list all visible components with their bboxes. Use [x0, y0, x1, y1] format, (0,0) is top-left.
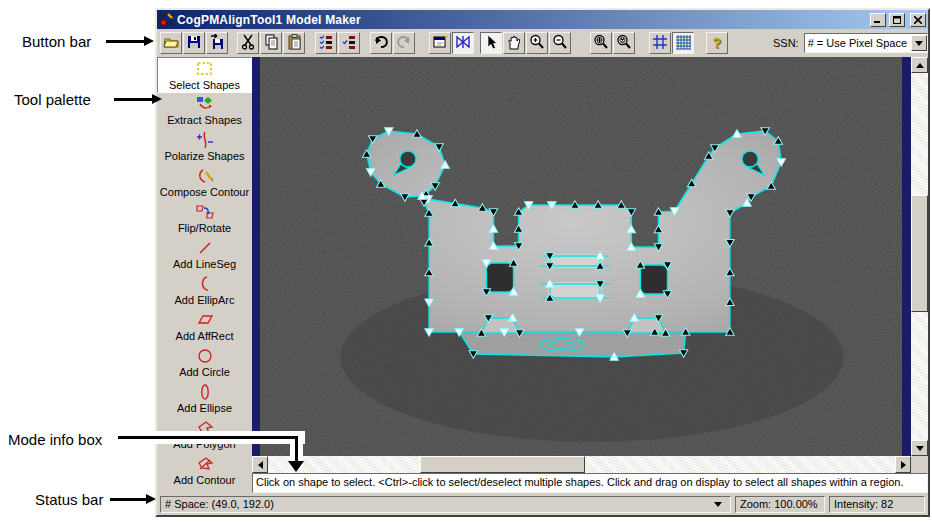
multi-checklist-button[interactable] — [315, 32, 337, 54]
zoom-expand-icon — [593, 34, 609, 52]
zoom-in-button[interactable] — [526, 32, 548, 54]
compose-contour-icon — [195, 166, 215, 186]
zoom-actual-button[interactable] — [613, 32, 635, 54]
help-button[interactable]: ? — [706, 32, 728, 54]
center-origin-bowtie-icon — [455, 34, 471, 52]
space-selector-dropdown-icon[interactable] — [714, 502, 722, 507]
palette-item-label: Flip/Rotate — [178, 222, 231, 234]
zoom-actual-icon — [616, 34, 632, 52]
properties-button[interactable] — [429, 32, 451, 54]
open-button[interactable] — [160, 32, 182, 54]
image-display-viewport — [252, 57, 928, 456]
horizontal-scrollbar[interactable] — [252, 456, 911, 473]
hand-icon — [507, 34, 522, 52]
status-space-panel: # Space: (49.0, 192.0) — [160, 496, 731, 513]
palette-item-label: Add AffRect — [176, 330, 234, 342]
paste-clipboard-icon — [287, 34, 302, 52]
zoom-out-icon — [552, 34, 568, 52]
pan-tool-button[interactable] — [503, 32, 525, 54]
palette-item-add-contour[interactable]: Add Contour — [157, 453, 252, 489]
palette-item-label: Polarize Shapes — [164, 150, 244, 162]
window-title: CogPMAlignTool1 Model Maker — [177, 13, 867, 27]
status-space-text: # Space: (49.0, 192.0) — [165, 498, 274, 510]
cut-scissors-icon — [241, 34, 255, 52]
zoom-in-icon — [529, 34, 545, 52]
palette-item-extract-shapes[interactable]: Extract Shapes — [157, 93, 252, 129]
ssn-combobox-value: # = Use Pixel Space — [805, 37, 911, 49]
scroll-left-button[interactable] — [252, 456, 268, 473]
paste-button[interactable] — [283, 32, 305, 54]
vertical-scrollbar-thumb[interactable] — [911, 195, 928, 312]
palette-item-label: Select Shapes — [169, 79, 240, 91]
palette-item-add-affrect[interactable]: Add AffRect — [157, 309, 252, 345]
add-affrect-icon — [195, 310, 215, 330]
add-elliparc-icon — [195, 274, 215, 294]
status-zoom-text: Zoom: 100.00% — [740, 498, 818, 510]
grid-coarse-icon — [652, 34, 668, 52]
callout-status-bar: Status bar — [35, 491, 103, 508]
add-ellipse-icon — [195, 382, 215, 402]
palette-item-label: Add Contour — [174, 474, 236, 486]
callout-line-tool-palette — [114, 98, 152, 101]
palette-item-compose-contour[interactable]: Compose Contour — [157, 165, 252, 201]
callout-line-status-bar — [110, 498, 146, 501]
right-square-hole — [640, 265, 667, 294]
maximize-button[interactable] — [889, 13, 905, 27]
tool-palette: Select Shapes Extract Shapes Polarize Sh… — [157, 57, 252, 493]
grid-coarse-button[interactable] — [649, 32, 671, 54]
single-checklist-button[interactable] — [338, 32, 360, 54]
select-shapes-icon — [195, 59, 215, 79]
status-intensity-text: Intensity: 82 — [834, 498, 893, 510]
undo-button[interactable] — [370, 32, 392, 54]
palette-item-add-elliparc[interactable]: Add EllipArc — [157, 273, 252, 309]
save-as-button[interactable] — [206, 32, 228, 54]
grid-fine-button[interactable] — [672, 32, 694, 54]
palette-item-add-ellipse[interactable]: Add Ellipse — [157, 381, 252, 417]
image-display[interactable] — [260, 57, 902, 456]
palette-item-label: Add Circle — [179, 366, 230, 378]
bracket-part-image — [260, 57, 902, 456]
ssn-combobox[interactable]: # = Use Pixel Space — [804, 33, 928, 53]
close-button[interactable] — [910, 13, 926, 27]
zoom-expand-button[interactable] — [590, 32, 612, 54]
horizontal-scrollbar-thumb[interactable] — [420, 456, 585, 473]
title-bar[interactable]: CogPMAlignTool1 Model Maker — [157, 10, 928, 29]
scroll-down-button[interactable] — [911, 440, 928, 456]
zoom-out-button[interactable] — [549, 32, 571, 54]
save-floppy-icon — [186, 34, 202, 52]
redo-button[interactable] — [393, 32, 415, 54]
cut-button[interactable] — [237, 32, 259, 54]
help-icon: ? — [713, 35, 722, 51]
palette-item-label: Compose Contour — [160, 186, 249, 198]
properties-icon — [432, 34, 448, 52]
center-origin-button[interactable] — [452, 32, 474, 54]
pointer-tool-button[interactable] — [480, 32, 502, 54]
copy-icon — [264, 34, 279, 52]
scroll-up-button[interactable] — [911, 57, 928, 73]
redo-icon — [396, 35, 412, 51]
copy-button[interactable] — [260, 32, 282, 54]
status-zoom-panel: Zoom: 100.00% — [735, 496, 825, 513]
callout-arrowhead-tool-palette — [152, 94, 162, 104]
save-as-icon — [209, 34, 225, 52]
callout-button-bar: Button bar — [22, 33, 91, 50]
ssn-combobox-dropdown-button[interactable] — [911, 35, 927, 51]
pointer-arrow-icon — [484, 34, 498, 52]
palette-item-polarize-shapes[interactable]: Polarize Shapes — [157, 129, 252, 165]
status-bar: # Space: (49.0, 192.0) Zoom: 100.00% Int… — [157, 493, 928, 515]
palette-item-select-shapes[interactable]: Select Shapes — [157, 57, 252, 93]
app-icon — [159, 12, 174, 27]
palette-item-add-circle[interactable]: Add Circle — [157, 345, 252, 381]
open-folder-icon — [163, 34, 180, 52]
vertical-scrollbar[interactable] — [911, 57, 928, 456]
left-square-hole — [486, 263, 513, 292]
palette-item-label: Add EllipArc — [175, 294, 235, 306]
palette-item-flip-rotate[interactable]: Flip/Rotate — [157, 201, 252, 237]
palette-item-label: Add Ellipse — [177, 402, 232, 414]
arrow-left-icon — [258, 461, 263, 469]
minimize-button[interactable] — [870, 13, 886, 27]
palette-item-add-lineseg[interactable]: Add LineSeg — [157, 237, 252, 273]
save-button[interactable] — [183, 32, 205, 54]
palette-item-label: Extract Shapes — [167, 114, 242, 126]
scroll-right-button[interactable] — [895, 456, 911, 473]
